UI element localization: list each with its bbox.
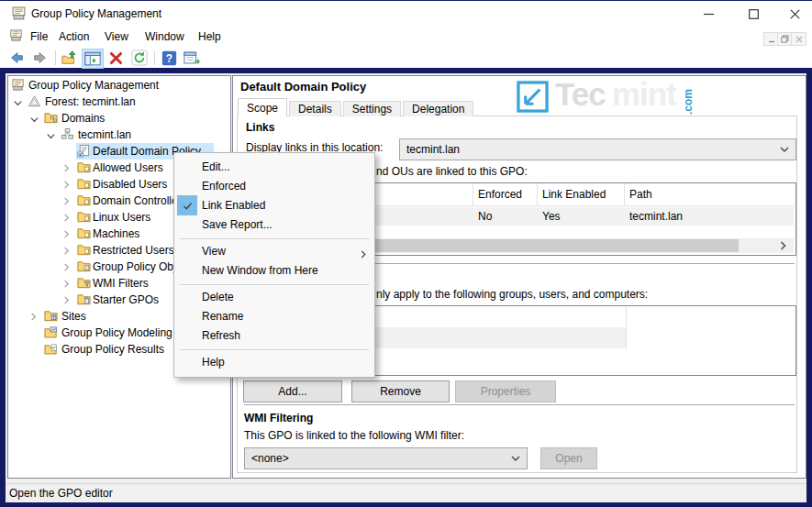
chevron-down-icon[interactable]	[13, 97, 21, 107]
starter-gpo-folder-icon	[77, 292, 91, 306]
chevron-down-icon	[779, 143, 790, 156]
chevron-right-icon[interactable]	[62, 213, 71, 223]
svg-text:?: ?	[165, 51, 172, 64]
tecmint-logo-icon	[517, 81, 549, 113]
modeling-icon	[44, 325, 58, 339]
column-header-enforced[interactable]: Enforced	[478, 188, 522, 201]
console-icon	[11, 78, 25, 92]
tree-item-domain-tecmint[interactable]: tecmint.lan	[8, 127, 227, 143]
menu-item-edit[interactable]: Edit...	[174, 158, 374, 177]
menu-item-refresh[interactable]: Refresh	[174, 326, 374, 346]
menu-action[interactable]: Action	[59, 30, 89, 44]
chevron-right-icon[interactable]	[62, 295, 71, 305]
menu-item-link-enabled[interactable]: Link Enabled	[174, 196, 374, 215]
menu-item-enforced[interactable]: Enforced	[174, 177, 374, 196]
tree-item-forest[interactable]: Forest: tecmint.lan	[8, 94, 227, 110]
status-bar: Open the GPO editor	[6, 483, 806, 502]
logo-text-mint: mint	[612, 76, 676, 113]
gpo-folder-icon	[77, 259, 91, 273]
refresh-button[interactable]	[130, 50, 149, 66]
mdi-close-icon	[795, 36, 803, 43]
back-icon	[8, 50, 25, 66]
security-filtering-text: nly apply to the following groups, users…	[376, 288, 648, 301]
add-button[interactable]: Add...	[243, 380, 342, 402]
up-one-level-button[interactable]	[61, 50, 79, 66]
show-console-tree-icon	[84, 51, 101, 67]
logo-text-com: .com	[682, 80, 695, 115]
ou-folder-icon	[77, 160, 91, 174]
remove-button[interactable]: Remove	[351, 380, 450, 402]
mdi-close-button[interactable]	[791, 32, 806, 46]
checkmark-icon	[177, 195, 197, 215]
sites-folder-icon	[44, 309, 58, 323]
menu-item-rename[interactable]: Rename	[174, 307, 374, 326]
menu-file[interactable]: File	[30, 30, 48, 44]
console-icon	[9, 28, 23, 45]
menu-separator	[174, 235, 374, 242]
menu-item-view[interactable]: View	[174, 242, 374, 261]
open-button[interactable]: Open	[540, 447, 597, 469]
page-title: Default Domain Policy	[240, 80, 366, 94]
show-console-tree-button[interactable]	[82, 49, 104, 69]
column-header-link-enabled[interactable]: Link Enabled	[542, 188, 606, 201]
chevron-right-icon[interactable]	[62, 180, 71, 190]
properties-button[interactable]: Properties	[455, 380, 556, 402]
forest-icon	[28, 94, 41, 108]
maximize-icon	[749, 9, 759, 19]
tab-scope[interactable]: Scope	[238, 98, 287, 116]
column-header-path[interactable]: Path	[629, 188, 652, 201]
ou-folder-icon	[77, 193, 91, 207]
menu-item-delete[interactable]: Delete	[174, 288, 374, 307]
status-text: Open the GPO editor	[9, 487, 113, 500]
chevron-down-icon[interactable]	[46, 130, 54, 140]
wmi-filter-folder-icon	[77, 276, 91, 290]
scroll-right-icon[interactable]	[779, 240, 787, 254]
delete-button[interactable]	[106, 50, 125, 66]
context-menu: Edit... Enforced Link Enabled Save Repor…	[173, 152, 375, 378]
menu-item-help[interactable]: Help	[174, 353, 374, 372]
ou-folder-icon	[77, 226, 91, 240]
refresh-icon	[131, 50, 148, 66]
menu-window[interactable]: Window	[145, 30, 184, 44]
results-icon	[44, 342, 58, 356]
up-one-level-icon	[61, 50, 78, 66]
wmi-filtering-label: This GPO is linked to the following WMI …	[244, 429, 464, 442]
menu-help[interactable]: Help	[198, 30, 221, 44]
chevron-right-icon[interactable]	[62, 262, 71, 272]
gpo-icon	[77, 144, 91, 158]
app-icon	[11, 6, 27, 24]
back-button[interactable]	[7, 50, 26, 66]
chevron-right-icon[interactable]	[29, 312, 38, 322]
help-button[interactable]: ?	[160, 50, 178, 66]
location-combobox[interactable]: tecmint.lan	[399, 138, 796, 160]
section-separator	[244, 404, 795, 406]
tab-details[interactable]: Details	[289, 101, 341, 116]
export-list-icon	[184, 50, 202, 66]
menu-item-save-report[interactable]: Save Report...	[174, 215, 374, 235]
export-list-button[interactable]	[182, 50, 204, 66]
wmi-filtering-heading: WMI Filtering	[244, 412, 313, 424]
ou-folder-icon	[77, 210, 91, 224]
chevron-right-icon[interactable]	[62, 196, 71, 206]
wmi-filter-combobox[interactable]: <none>	[244, 447, 528, 469]
tree-item-group-policy-management-root[interactable]: Group Policy Management	[8, 77, 227, 94]
tab-delegation[interactable]: Delegation	[403, 101, 473, 116]
chevron-down-icon[interactable]	[29, 114, 38, 124]
chevron-right-icon[interactable]	[62, 163, 71, 173]
forward-button[interactable]	[31, 50, 50, 66]
tab-settings[interactable]: Settings	[343, 101, 401, 116]
minimize-button[interactable]	[694, 2, 723, 26]
tree-item-domains[interactable]: Domains	[8, 110, 227, 127]
minimize-icon	[704, 9, 714, 19]
logo-text-tec: Tec	[555, 76, 606, 113]
chevron-right-icon[interactable]	[62, 279, 71, 289]
title-bar[interactable]: Group Policy Management	[0, 0, 812, 27]
tecmint-logo: Tec mint .com	[517, 80, 792, 118]
maximize-button[interactable]	[739, 2, 768, 26]
close-button[interactable]	[780, 2, 809, 26]
chevron-right-icon[interactable]	[62, 229, 71, 239]
chevron-right-icon[interactable]	[62, 246, 71, 256]
forward-icon	[32, 50, 49, 66]
menu-view[interactable]: View	[105, 30, 128, 44]
menu-item-new-window[interactable]: New Window from Here	[174, 261, 374, 281]
